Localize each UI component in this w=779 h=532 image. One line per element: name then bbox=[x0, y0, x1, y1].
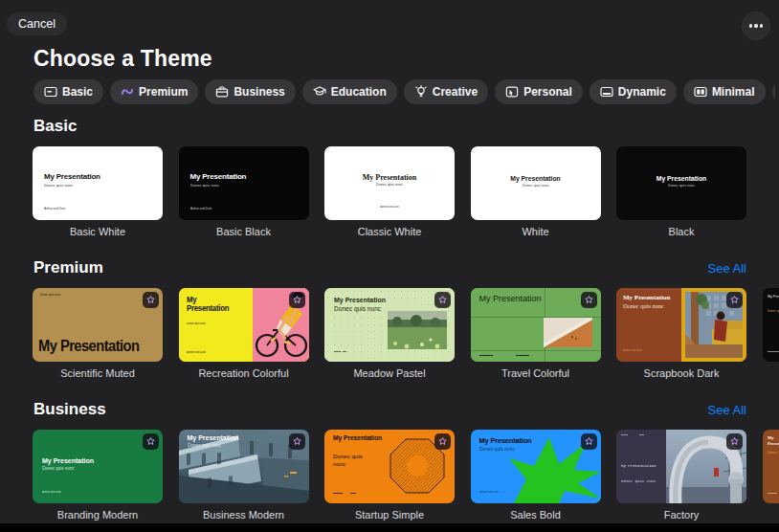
preview-text: My Presentation bbox=[768, 435, 779, 446]
section-title: Basic bbox=[33, 117, 77, 136]
premium-badge bbox=[434, 433, 451, 450]
filter-chip-label: Education bbox=[331, 85, 387, 99]
see-all-link[interactable]: See All bbox=[708, 403, 746, 417]
premium-squiggle-icon bbox=[121, 85, 134, 99]
theme-preview: My Presentation bbox=[471, 288, 601, 362]
filter-chip-education[interactable]: Education bbox=[302, 79, 397, 104]
theme-preview: My PresentationDonec quis nuncAuthor and… bbox=[179, 146, 309, 220]
filter-chip-creative[interactable]: Creative bbox=[404, 79, 488, 104]
theme-preview: My PresentationDonec quis nunc bbox=[179, 430, 309, 503]
filter-chip-minimal[interactable]: Minimal bbox=[683, 79, 766, 104]
theme-label: Scientific Muted bbox=[33, 367, 163, 379]
preview-placeholder-bar bbox=[768, 351, 779, 352]
preview-text: Donec quis nunc bbox=[187, 322, 206, 325]
preview-placeholder-bar bbox=[343, 351, 346, 352]
theme-card-recreation-colorful[interactable]: My PresentationDonec quis nuncAuthor and… bbox=[179, 288, 309, 379]
filter-chip-dynamic[interactable]: Dynamic bbox=[590, 79, 677, 104]
theme-label: Classic White bbox=[324, 226, 455, 237]
theme-preview: Donec quis nuncMy Presentation bbox=[33, 288, 163, 362]
preview-text: My Presentation bbox=[334, 297, 386, 304]
theme-preview: My PresentationDonec quis nunc bbox=[616, 146, 746, 220]
theme-card-factory[interactable]: My PresentationDonec quis nunc Factory bbox=[616, 430, 746, 521]
filter-chip-business[interactable]: Business bbox=[205, 79, 295, 104]
briefcase-icon bbox=[215, 85, 229, 99]
theme-label: Branding Modern bbox=[33, 509, 163, 521]
theme-label: Scrapbook Dark bbox=[616, 367, 746, 379]
preview-text: My Presentation bbox=[471, 175, 601, 183]
section-title: Business bbox=[33, 400, 106, 419]
preview-text: Author and Date bbox=[42, 491, 61, 494]
preview-text: My Presentation bbox=[42, 457, 94, 465]
theme-preview: My PresentationDonec quis nuncAuthor and… bbox=[179, 288, 309, 362]
preview-text: My Presentation bbox=[190, 172, 247, 181]
preview-placeholder-bar bbox=[479, 355, 493, 356]
preview-text: Donec quis nunc bbox=[621, 479, 660, 484]
theme-card-card[interactable]: My PresentationDonec quis nunc bbox=[763, 430, 779, 521]
filter-chip-label: Basic bbox=[62, 85, 93, 99]
theme-card-travel-colorful[interactable]: My Presentation Travel Colorful bbox=[471, 288, 601, 379]
preview-text: Donec quis nunc bbox=[654, 184, 708, 188]
dune-photo bbox=[544, 318, 592, 347]
theme-preview: My PresentationDonec quis nunc bbox=[763, 430, 779, 503]
theme-card-card[interactable]: My PresentationDonec quis nunc bbox=[763, 288, 779, 379]
star-seal-icon bbox=[145, 436, 156, 447]
premium-badge bbox=[581, 292, 597, 308]
filter-chip-label: Business bbox=[234, 85, 284, 99]
preview-text: Author and Date bbox=[623, 349, 642, 352]
filter-chip-premium[interactable]: Premium bbox=[110, 79, 198, 104]
filter-chip-basic[interactable]: Basic bbox=[33, 79, 103, 104]
theme-card-white[interactable]: My PresentationDonec quis nuncWhite bbox=[471, 146, 601, 237]
preview-placeholder-bar bbox=[471, 350, 601, 351]
theme-label: Travel Colorful bbox=[471, 367, 601, 379]
columns-icon bbox=[694, 85, 707, 99]
theme-card-basic-white[interactable]: My PresentationDonec quis nuncAuthor and… bbox=[33, 146, 163, 237]
preview-text: Donec quis nunc bbox=[40, 293, 60, 296]
preview-text: My Presentation bbox=[616, 175, 746, 183]
preview-text: Author and Date bbox=[190, 207, 211, 211]
filter-chip-bold[interactable]: !!!Bold bbox=[772, 79, 775, 104]
theme-label: Black bbox=[616, 226, 746, 237]
theme-card-scrapbook-dark[interactable]: My PresentationDonec quis nuncAuthor and… bbox=[616, 288, 746, 379]
theme-label: Startup Simple bbox=[324, 509, 455, 521]
filter-chip-personal[interactable]: Personal bbox=[495, 79, 583, 104]
preview-text: Donec quis nunc bbox=[768, 451, 779, 454]
theme-preview: My PresentationDonec quis nuncAuthor and… bbox=[33, 430, 163, 503]
star-seal-icon bbox=[437, 436, 448, 447]
preview-text: Donec quis nunc bbox=[768, 309, 779, 313]
premium-badge bbox=[143, 292, 159, 308]
theme-preview: My PresentationDonec quis nuncAuthor and… bbox=[471, 430, 601, 503]
theme-label: Recreation Colorful bbox=[179, 367, 309, 379]
filter-chip-label: Minimal bbox=[712, 85, 755, 99]
preview-text: My Presentation bbox=[187, 295, 236, 313]
premium-badge bbox=[289, 292, 305, 308]
preview-placeholder-bar bbox=[333, 493, 343, 494]
preview-text: Donec quis nunc bbox=[623, 302, 664, 309]
premium-badge bbox=[726, 292, 743, 308]
theme-card-meadow-pastel[interactable]: My PresentationDonec quis nunc Meadow Pa… bbox=[324, 288, 455, 379]
choose-theme-screen: Cancel Choose a Theme BasicPremiumBusine… bbox=[0, 0, 779, 532]
theme-card-basic-black[interactable]: My PresentationDonec quis nuncAuthor and… bbox=[179, 146, 309, 237]
preview-text: Donec quis nunc bbox=[508, 184, 563, 188]
more-options-button[interactable] bbox=[742, 11, 770, 40]
theme-card-black[interactable]: My PresentationDonec quis nuncBlack bbox=[616, 146, 746, 237]
section-title: Premium bbox=[33, 258, 103, 277]
theme-card-startup-simple[interactable]: My PresentationDonec quis nunc Startup S… bbox=[324, 430, 455, 521]
theme-card-classic-white[interactable]: My PresentationDonec quis nuncAuthor and… bbox=[324, 146, 455, 237]
cancel-button[interactable]: Cancel bbox=[7, 12, 67, 35]
star-seal-icon bbox=[729, 436, 740, 447]
preview-text: My Presentation bbox=[768, 295, 779, 299]
preview-text: My Presentation bbox=[479, 294, 546, 303]
filter-chip-label: Premium bbox=[139, 85, 188, 99]
theme-card-business-modern[interactable]: My PresentationDonec quis nuncBusiness M… bbox=[179, 430, 309, 521]
theme-preview: My PresentationDonec quis nunc bbox=[324, 288, 455, 362]
theme-preview: My PresentationDonec quis nuncAuthor and… bbox=[33, 146, 163, 220]
meadow-photo bbox=[388, 311, 447, 349]
theme-card-branding-modern[interactable]: My PresentationDonec quis nuncAuthor and… bbox=[33, 430, 163, 521]
see-all-link[interactable]: See All bbox=[708, 261, 746, 276]
bottom-edge bbox=[0, 523, 779, 532]
star-seal-icon bbox=[292, 295, 302, 305]
theme-card-scientific-muted[interactable]: Donec quis nuncMy PresentationScientific… bbox=[33, 288, 163, 379]
preview-text: My Presentation bbox=[479, 437, 532, 446]
theme-card-sales-bold[interactable]: My PresentationDonec quis nuncAuthor and… bbox=[471, 430, 601, 521]
preview-text: My Presentation bbox=[44, 172, 100, 181]
